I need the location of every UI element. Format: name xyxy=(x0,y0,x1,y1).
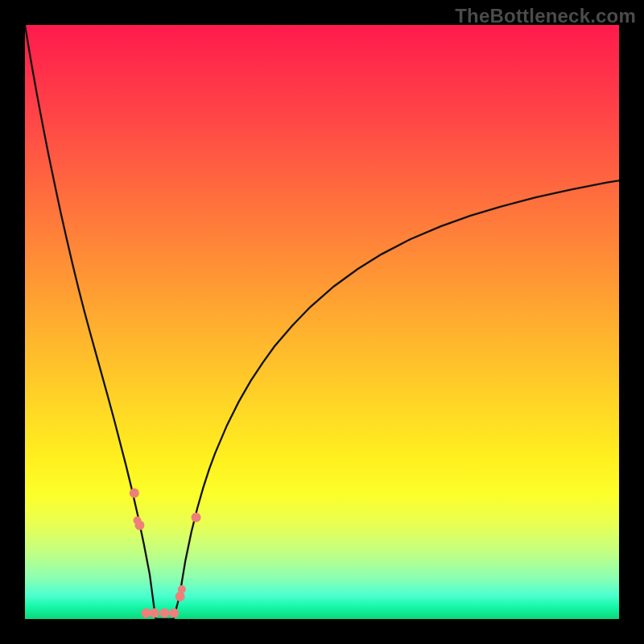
bottleneck-curve xyxy=(25,25,619,619)
stage: TheBottleneck.com xyxy=(0,0,644,644)
data-dot xyxy=(178,585,186,593)
data-dot xyxy=(142,609,151,618)
data-dot xyxy=(130,489,139,498)
watermark-text: TheBottleneck.com xyxy=(455,5,636,27)
data-dot xyxy=(169,609,179,618)
plot-area xyxy=(25,25,619,619)
data-dot xyxy=(159,609,169,618)
data-dot xyxy=(134,520,144,530)
data-dot xyxy=(150,609,159,618)
data-dot xyxy=(192,513,201,522)
data-dot xyxy=(175,592,185,601)
curve-dots xyxy=(130,489,201,618)
chart-svg xyxy=(25,25,619,619)
